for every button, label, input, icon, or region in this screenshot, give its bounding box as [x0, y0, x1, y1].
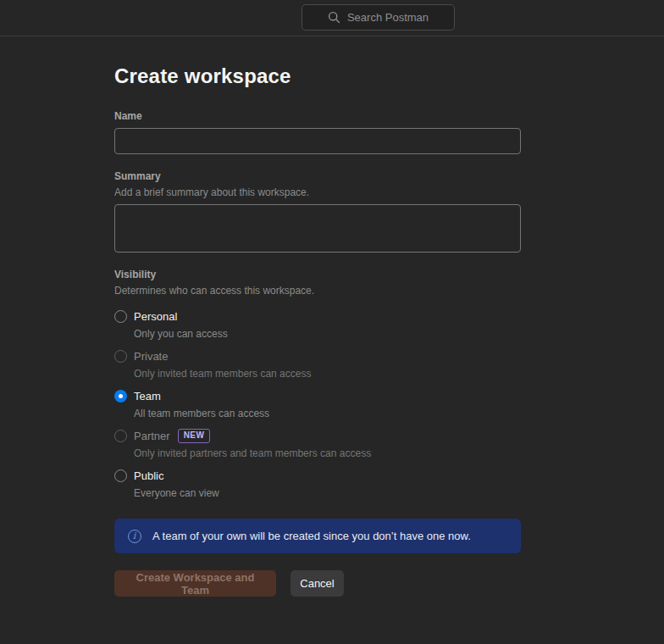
search-icon — [328, 11, 340, 24]
summary-label: Summary — [114, 170, 521, 182]
radio-public-icon[interactable] — [114, 469, 127, 482]
action-buttons: Create Workspace and Team Cancel — [114, 570, 521, 597]
name-section: Name — [114, 110, 521, 154]
radio-team-description: All team members can access — [134, 408, 269, 419]
summary-section: Summary Add a brief summary about this w… — [114, 170, 521, 253]
radio-option-partner[interactable]: Partner NEW Only invited partners and te… — [114, 429, 521, 461]
visibility-description: Determines who can access this workspace… — [114, 285, 521, 297]
radio-public-description: Everyone can view — [134, 487, 219, 499]
search-placeholder: Search Postman — [347, 11, 429, 24]
cancel-button[interactable]: Cancel — [290, 570, 344, 597]
summary-field[interactable] — [114, 204, 521, 253]
create-workspace-and-team-button[interactable]: Create Workspace and Team — [114, 570, 276, 597]
radio-personal-description: Only you can access — [134, 328, 228, 340]
radio-team-icon-selected[interactable] — [114, 390, 127, 402]
radio-personal-label: Personal — [134, 309, 177, 324]
radio-partner-label: Partner — [134, 429, 170, 443]
name-field[interactable] — [114, 128, 521, 154]
radio-option-personal[interactable]: Personal Only you can access — [114, 309, 521, 341]
radio-option-private[interactable]: Private Only invited team members can ac… — [114, 349, 521, 381]
radio-team-label: Team — [134, 389, 161, 403]
radio-option-team[interactable]: Team All team members can access — [114, 389, 521, 421]
new-badge: NEW — [178, 429, 211, 443]
radio-private-label: Private — [134, 349, 168, 364]
info-banner: i A team of your own will be created sin… — [114, 519, 521, 553]
info-icon: i — [128, 530, 141, 543]
create-workspace-form: Create workspace Name Summary Add a brie… — [114, 64, 521, 597]
visibility-label: Visibility — [114, 269, 521, 280]
top-bar: Search Postman — [0, 0, 664, 36]
radio-partner-description: Only invited partners and team members c… — [134, 447, 371, 459]
name-label: Name — [114, 110, 521, 122]
radio-partner-icon[interactable] — [114, 430, 127, 442]
radio-private-icon[interactable] — [114, 350, 127, 363]
search-input[interactable]: Search Postman — [302, 4, 455, 31]
radio-private-description: Only invited team members can access — [134, 368, 311, 380]
radio-personal-icon[interactable] — [114, 310, 127, 323]
page-title: Create workspace — [114, 64, 521, 88]
info-banner-text: A team of your own will be created since… — [152, 530, 471, 542]
radio-public-label: Public — [134, 469, 163, 483]
visibility-options: Personal Only you can access Private Onl… — [114, 309, 521, 501]
visibility-section: Visibility Determines who can access thi… — [114, 269, 521, 501]
summary-description: Add a brief summary about this workspace… — [114, 186, 521, 198]
radio-option-public[interactable]: Public Everyone can view — [114, 469, 521, 501]
